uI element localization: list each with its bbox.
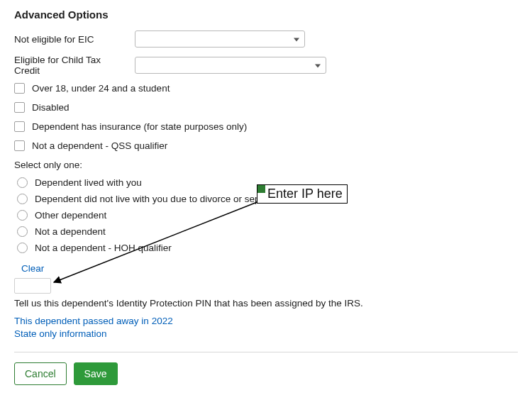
advanced-options-title: Advanced Options [14, 9, 518, 21]
radio-divorce-label: Dependent did not live with you due to d… [35, 194, 289, 204]
radio-hoh-label: Not a dependent - HOH qualifier [35, 243, 172, 253]
radio-not-dep-label: Not a dependent [35, 226, 106, 237]
disabled-label: Disabled [32, 102, 70, 113]
student-label: Over 18, under 24 and a student [32, 83, 170, 94]
student-checkbox[interactable] [14, 83, 25, 94]
qss-checkbox[interactable] [14, 140, 25, 151]
radio-divorce[interactable] [17, 194, 28, 204]
divider [14, 352, 518, 352]
ip-pin-help: Tell us this dependent's Identity Protec… [14, 298, 518, 309]
passed-away-link[interactable]: This dependent passed away in 2022 [14, 316, 518, 326]
eic-label: Not eligible for EIC [14, 34, 128, 45]
save-button[interactable]: Save [74, 362, 118, 385]
radio-lived-label: Dependent lived with you [35, 177, 142, 188]
insurance-checkbox[interactable] [14, 121, 25, 132]
ctc-select[interactable] [135, 57, 326, 74]
select-only-one-heading: Select only one: [14, 160, 518, 170]
cancel-button[interactable]: Cancel [14, 362, 67, 385]
radio-other[interactable] [17, 210, 28, 221]
disabled-checkbox[interactable] [14, 102, 25, 113]
radio-hoh[interactable] [17, 243, 28, 253]
clear-link[interactable]: Clear [21, 263, 44, 274]
qss-label: Not a dependent - QSS qualifier [32, 140, 167, 151]
radio-other-label: Other dependent [35, 210, 106, 221]
radio-not-dep[interactable] [17, 226, 28, 237]
insurance-label: Dependent has insurance (for state purpo… [32, 121, 247, 132]
ctc-label: Eligible for Child Tax Credit [14, 55, 128, 76]
radio-lived[interactable] [17, 177, 28, 188]
ip-pin-input[interactable] [14, 278, 51, 294]
eic-select[interactable] [135, 30, 305, 48]
state-only-link[interactable]: State only information [14, 328, 518, 339]
